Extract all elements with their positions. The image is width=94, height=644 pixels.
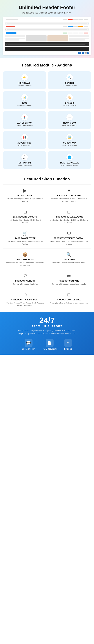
multi-language-subtitle: Multi Language Support [61, 164, 78, 166]
strip-dot-blue [88, 23, 89, 24]
module-card-map-location[interactable]: 📍 MAP LOCATION Map Location Module [3, 111, 46, 129]
brands-title: BRANDS [65, 102, 74, 104]
online-support-label: Online Support [22, 348, 35, 350]
preview-col-2 [26, 35, 47, 42]
module-card-multi-language[interactable]: 🌐 MULTI LANGUAGE Multi Language Support [48, 151, 91, 169]
strip-dot-red [5, 29, 6, 30]
header-row-3 [4, 32, 90, 34]
hot-deals-subtitle: Flash Sale Module [18, 84, 31, 86]
shop-card-5-add-to-cart-type[interactable]: 🛒 5 ADD TO CART TYPE Left Sidebar, Right… [3, 227, 47, 248]
shop-card-product-wishlist[interactable]: ♡ PRODUCT WISHLIST User can add/manage h… [3, 270, 47, 289]
module-card-mega-menu[interactable]: ☰ MEGA MENU Mega Menu Support [48, 111, 91, 129]
support-icons-row: 💬 Online Support 📄 Fully Document ✉ Emai… [3, 339, 91, 350]
pack-products-title: PACK PRODUCTS [16, 258, 34, 261]
fully-document-icon: 📄 [46, 339, 53, 347]
payment-row: VISA MC PP AE [4, 52, 90, 54]
product-video-icon: ▶ [23, 188, 27, 193]
shop-card-product-compare[interactable]: ⇄ PRODUCT COMPARE User can add/manage pr… [47, 270, 91, 289]
preview-block-1 [4, 35, 25, 37]
6-product-type-support-icon: ⊙ [23, 292, 27, 297]
advertising-icon: 📢 [21, 134, 28, 140]
nav-item [63, 19, 67, 20]
advertising-title: ADVERTISING [17, 142, 31, 144]
preview-block-6 [69, 39, 86, 40]
search-title: SEARCH [65, 82, 74, 84]
strip-line-1 [7, 23, 87, 24]
product-custom-tab-icon: ≡ [68, 188, 70, 193]
mega-menu-title: MEGA MENU [63, 122, 76, 124]
blog-icon: 📝 [21, 94, 28, 100]
footer-text-1: ● ● ● [86, 44, 88, 45]
multi-language-title: MULTI LANGUAGE [60, 162, 79, 164]
payment-badge-3: PP [85, 52, 87, 54]
quick-view-title: QUICK VIEW [63, 258, 75, 261]
support-item-online-support[interactable]: 💬 Online Support [22, 339, 35, 350]
nav-item-9 [73, 32, 78, 34]
support-item-email-us[interactable]: ✉ Email Us [64, 339, 72, 350]
support-247: 24/7 [3, 316, 91, 324]
header-footer-title: Unlimited Header Footer [3, 4, 91, 10]
module-card-hot-deals[interactable]: ⚡ HOT DEALS Flash Sale Module [3, 72, 46, 89]
shop-card-pack-products[interactable]: 📦 PACK PRODUCTS Bundle Products: user ca… [3, 249, 47, 270]
module-card-advertising[interactable]: 📢 ADVERTISING Photo Advertising [3, 131, 46, 149]
header-strip-2 [4, 28, 90, 31]
strip-line-2 [7, 30, 87, 30]
module-card-blog[interactable]: 📝 BLOG Powerful Blog Post [3, 91, 46, 109]
email-us-icon: ✉ [64, 339, 72, 347]
preview-block-2 [4, 38, 25, 39]
shop-function-title: Featured Shop Function [3, 177, 91, 182]
payment-badge-4: AE [87, 52, 90, 54]
module-card-search[interactable]: 🔍 SEARCH Ajax Search Module [48, 72, 91, 89]
nav-item-colored [68, 19, 73, 20]
blog-subtitle: Powerful Blog Post [17, 104, 32, 106]
shop-card-product-box-flexible[interactable]: ⊡ PRODUCT BOX FLEXIBLE More options to s… [47, 289, 91, 310]
module-card-slideshow[interactable]: 🖼️ SLIDESHOW Slider Layer Module [48, 131, 91, 149]
content-preview [4, 35, 90, 42]
product-video-title: PRODUCT VIDEO [17, 194, 33, 197]
header-strip-1 [4, 22, 90, 25]
map-location-title: MAP LOCATION [17, 122, 32, 124]
shop-card-product-custom-tab[interactable]: ≡ PRODUCT CUSTOM TAB Easy to add custom … [47, 185, 91, 206]
featured-module-section: Featured Module - Addons ⚡ HOT DEALS Fla… [0, 58, 94, 174]
product-compare-icon: ⇄ [67, 274, 71, 278]
preview-block-4 [69, 35, 90, 37]
advertising-subtitle: Photo Advertising [18, 144, 31, 146]
product-box-flexible-icon: ⊡ [67, 292, 71, 297]
online-support-icon: 💬 [25, 339, 33, 347]
nav-item-5 [63, 26, 67, 27]
shop-card-product-video[interactable]: ▶ PRODUCT VIDEO Display videos in produc… [3, 185, 47, 206]
mega-menu-icon: ☰ [66, 114, 73, 120]
quick-view-desc: Pre-view the product details in popup wi… [52, 262, 86, 264]
shop-card-11-category-layouts[interactable]: ⊞ 11 CATEGORY LAYOUTS Left Sidebar, Righ… [3, 206, 47, 227]
shop-card-product-attribute-swatch[interactable]: ⬡ PRODUCT ATTRIBUTE SWATCH Product image… [47, 227, 91, 248]
header-footer-subtitle: We deliver to you unlimited styles of He… [3, 12, 91, 14]
logo-bar-3 [6, 32, 16, 34]
support-desc-1: Our support team guarantees to respond y… [3, 329, 91, 335]
product-compare-desc: User can add/manage products to compare … [51, 283, 86, 286]
footer-dot-1 [6, 44, 6, 45]
map-location-subtitle: Map Location Module [16, 124, 33, 126]
module-card-testimonial[interactable]: 💬 TESTIMONIAL Testimonial Module [3, 151, 46, 169]
support-section: 24/7 PREMIUM SUPPORT Our support team gu… [0, 312, 94, 354]
pack-products-icon: 📦 [22, 252, 28, 257]
preview-col-3 [47, 35, 68, 42]
11-category-layouts-title: 11 CATEGORY LAYOUTS [13, 216, 37, 218]
product-wishlist-desc: User can add/manage his wishlist [12, 283, 38, 286]
nav-item-orange [78, 26, 83, 27]
module-card-brands[interactable]: 🏷️ BRANDS Auto Brands Slider [48, 91, 91, 109]
nav-items-1 [63, 19, 88, 20]
footer-strip-1: ● ● ● [4, 42, 90, 46]
5-product-detail-layouts-title: 5 PRODUCT DETAIL LAYOUTS [54, 216, 83, 218]
payment-badge-2: MC [82, 52, 84, 54]
nav-item-10 [78, 32, 83, 34]
support-item-fully-document[interactable]: 📄 Fully Document [43, 339, 56, 350]
shop-card-6-product-type-support[interactable]: ⊙ 6 PRODUCT TYPE SUPPORT Standard Produc… [3, 289, 47, 310]
nav-item-7 [84, 26, 88, 27]
shop-card-quick-view[interactable]: 🔍 QUICK VIEW Pre-view the product detail… [47, 249, 91, 270]
6-product-type-support-title: 6 PRODUCT TYPE SUPPORT [11, 298, 39, 301]
shop-card-5-product-detail-layouts[interactable]: ⊞ 5 PRODUCT DETAIL LAYOUTS Left Sidebar,… [47, 206, 91, 227]
payment-badge-1: VISA [78, 52, 81, 54]
5-add-to-cart-type-title: 5 ADD TO CART TYPE [15, 237, 36, 239]
mega-menu-subtitle: Mega Menu Support [62, 124, 77, 126]
nav-item-3 [78, 19, 83, 20]
